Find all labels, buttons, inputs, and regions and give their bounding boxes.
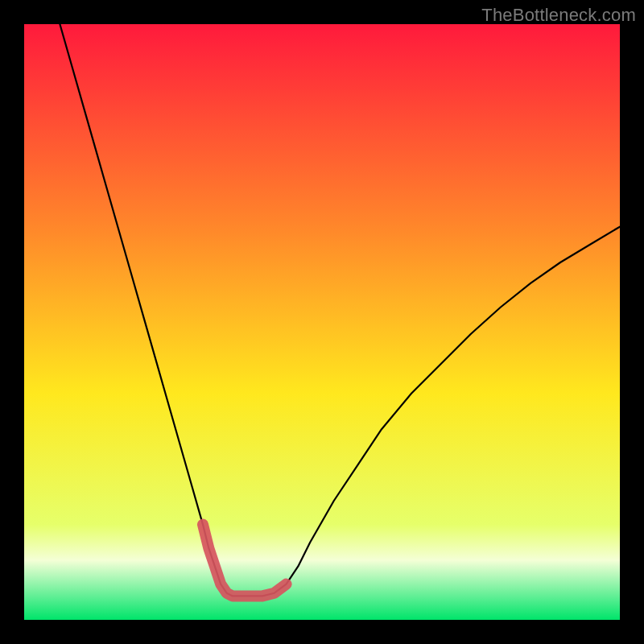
watermark-text: TheBottleneck.com: [481, 5, 636, 26]
plot-svg: [24, 24, 620, 620]
bottleneck-plot: [24, 24, 620, 620]
chart-frame: TheBottleneck.com: [0, 0, 644, 644]
gradient-background: [24, 24, 620, 620]
